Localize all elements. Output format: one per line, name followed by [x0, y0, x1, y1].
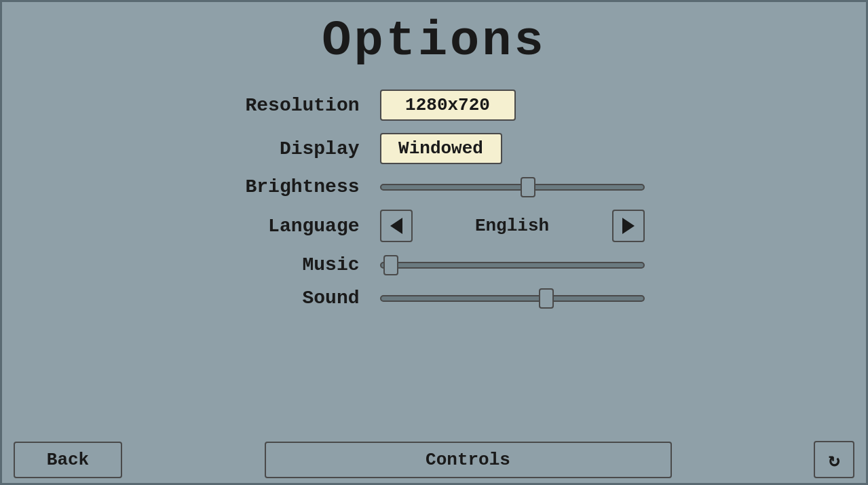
brightness-label: Brightness: [224, 176, 360, 197]
controls-button[interactable]: Controls: [265, 442, 672, 478]
sound-slider-thumb[interactable]: [539, 288, 554, 309]
page-title: Options: [0, 0, 868, 69]
reset-button[interactable]: ↺: [814, 441, 854, 478]
music-slider-thumb[interactable]: [383, 255, 398, 275]
reset-icon: ↺: [829, 448, 840, 471]
brightness-slider-thumb[interactable]: [521, 177, 535, 197]
back-button[interactable]: Back: [14, 442, 122, 478]
display-dropdown[interactable]: Windowed: [380, 133, 502, 164]
display-row: Display Windowed: [224, 133, 645, 164]
music-label: Music: [224, 254, 360, 275]
arrow-right-icon: [622, 218, 635, 234]
brightness-slider-track[interactable]: [380, 184, 645, 191]
brightness-row: Brightness: [224, 176, 645, 197]
music-slider-track[interactable]: [380, 262, 645, 269]
language-prev-button[interactable]: [380, 210, 413, 242]
resolution-row: Resolution 1280x720: [224, 90, 645, 121]
language-label: Language: [224, 216, 360, 237]
display-label: Display: [224, 138, 360, 159]
language-value: English: [419, 216, 605, 236]
sound-label: Sound: [224, 288, 360, 309]
bottom-bar: Back Controls ↺: [0, 441, 868, 478]
language-next-button[interactable]: [612, 210, 645, 242]
resolution-dropdown[interactable]: 1280x720: [380, 90, 516, 121]
language-row: Language English: [224, 210, 645, 242]
arrow-left-icon: [390, 218, 402, 234]
sound-slider-track[interactable]: [380, 295, 645, 302]
music-row: Music: [224, 254, 645, 275]
sound-row: Sound: [224, 288, 645, 309]
resolution-label: Resolution: [224, 95, 360, 116]
